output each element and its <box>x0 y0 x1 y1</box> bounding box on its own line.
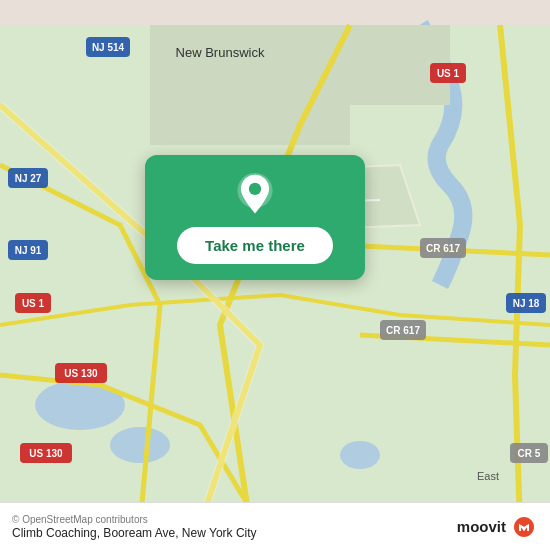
svg-text:NJ 514: NJ 514 <box>92 42 125 53</box>
svg-text:US 130: US 130 <box>64 368 98 379</box>
svg-text:NJ 91: NJ 91 <box>15 245 42 256</box>
attribution-text: © OpenStreetMap contributors <box>12 514 257 525</box>
svg-text:NJ 27: NJ 27 <box>15 173 42 184</box>
svg-point-3 <box>110 427 170 463</box>
svg-point-33 <box>249 183 261 195</box>
svg-text:New Brunswick: New Brunswick <box>176 45 265 60</box>
svg-text:US 130: US 130 <box>29 448 63 459</box>
svg-text:NJ 18: NJ 18 <box>513 298 540 309</box>
svg-text:CR 5: CR 5 <box>518 448 541 459</box>
popup-card: Take me there <box>145 155 365 280</box>
svg-text:CR 617: CR 617 <box>386 325 420 336</box>
svg-text:East: East <box>477 470 499 482</box>
location-label: Climb Coaching, Booream Ave, New York Ci… <box>12 526 257 540</box>
location-pin-icon <box>233 173 277 217</box>
svg-point-4 <box>340 441 380 469</box>
bottom-bar: © OpenStreetMap contributors Climb Coach… <box>0 502 550 550</box>
moovit-text: moovit <box>457 518 506 535</box>
take-me-there-button[interactable]: Take me there <box>177 227 333 264</box>
svg-text:US 1: US 1 <box>437 68 460 79</box>
moovit-logo: moovit <box>457 513 538 541</box>
svg-text:CR 617: CR 617 <box>426 243 460 254</box>
svg-text:US 1: US 1 <box>22 298 45 309</box>
map-container: NJ 514 NJ 27 NJ 91 US 1 US 1 CR 617 CR 6… <box>0 0 550 550</box>
moovit-icon <box>510 513 538 541</box>
